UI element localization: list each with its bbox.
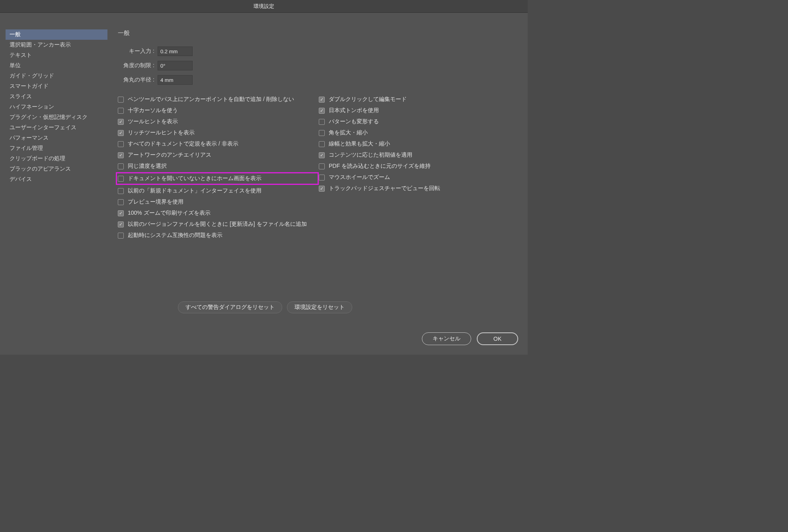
right-check-checkbox-1[interactable] bbox=[319, 108, 325, 114]
left-check-checkbox-6[interactable] bbox=[118, 163, 124, 169]
left-check-checkbox-2[interactable] bbox=[118, 119, 124, 125]
sidebar-item-ui[interactable]: ユーザーインターフェイス bbox=[6, 122, 107, 133]
right-check-label-7: マウスホイールでズーム bbox=[329, 174, 390, 181]
right-check-label-0: ダブルクリックして編集モード bbox=[329, 96, 407, 103]
row-angle: 角度の制限 : bbox=[118, 61, 520, 70]
right-check-row-4[interactable]: 線幅と効果も拡大・縮小 bbox=[319, 140, 520, 148]
right-check-checkbox-6[interactable] bbox=[319, 163, 325, 169]
right-check-label-5: コンテンツに応じた初期値を適用 bbox=[329, 151, 412, 159]
left-check-label-9: プレビュー境界を使用 bbox=[128, 198, 183, 206]
cancel-button[interactable]: キャンセル bbox=[422, 332, 471, 345]
sidebar-item-file-handling[interactable]: ファイル管理 bbox=[6, 143, 107, 153]
angle-label: 角度の制限 : bbox=[118, 62, 158, 69]
left-check-label-6: 同じ濃度を選択 bbox=[128, 163, 167, 170]
left-check-checkbox-12[interactable] bbox=[118, 233, 124, 239]
left-check-row-0[interactable]: ペンツールでパス上にアンカーポイントを自動で追加 / 削除しない bbox=[118, 96, 319, 103]
reset-buttons: すべての警告ダイアログをリセット 環境設定をリセット bbox=[118, 301, 412, 313]
reset-prefs-button[interactable]: 環境設定をリセット bbox=[287, 301, 352, 313]
corner-field[interactable] bbox=[158, 75, 193, 85]
left-check-label-0: ペンツールでパス上にアンカーポイントを自動で追加 / 削除しない bbox=[128, 96, 294, 103]
left-check-label-2: ツールヒントを表示 bbox=[128, 118, 178, 125]
left-check-checkbox-8[interactable] bbox=[118, 188, 124, 194]
left-check-checkbox-11[interactable] bbox=[118, 221, 124, 227]
left-check-row-6[interactable]: 同じ濃度を選択 bbox=[118, 163, 319, 170]
sidebar-item-slices[interactable]: スライス bbox=[6, 91, 107, 102]
left-check-label-3: リッチツールヒントを表示 bbox=[128, 129, 195, 136]
right-check-checkbox-8[interactable] bbox=[319, 186, 325, 192]
sidebar-item-plugins[interactable]: プラグイン・仮想記憶ディスク bbox=[6, 112, 107, 122]
right-check-checkbox-7[interactable] bbox=[319, 175, 325, 181]
sidebar-item-clipboard[interactable]: クリップボードの処理 bbox=[6, 153, 107, 164]
left-check-row-1[interactable]: 十字カーソルを使う bbox=[118, 107, 319, 114]
left-check-row-8[interactable]: 以前の「新規ドキュメント」インターフェイスを使用 bbox=[118, 187, 319, 194]
sidebar-item-devices[interactable]: デバイス bbox=[6, 174, 107, 184]
sidebar-item-general[interactable]: 一般 bbox=[6, 29, 107, 40]
left-check-row-7[interactable]: ドキュメントを開いていないときにホーム画面を表示 bbox=[116, 172, 319, 185]
left-check-label-8: 以前の「新規ドキュメント」インターフェイスを使用 bbox=[128, 187, 261, 194]
left-check-label-12: 起動時にシステム互換性の問題を表示 bbox=[128, 232, 222, 239]
right-check-row-0[interactable]: ダブルクリックして編集モード bbox=[319, 96, 520, 103]
left-check-label-10: 100% ズームで印刷サイズを表示 bbox=[128, 210, 211, 217]
sidebar-item-performance[interactable]: パフォーマンス bbox=[6, 133, 107, 143]
left-check-row-12[interactable]: 起動時にシステム互換性の問題を表示 bbox=[118, 232, 319, 239]
left-check-checkbox-1[interactable] bbox=[118, 108, 124, 114]
reset-warnings-button[interactable]: すべての警告ダイアログをリセット bbox=[178, 301, 282, 313]
left-check-checkbox-0[interactable] bbox=[118, 97, 124, 103]
footer-buttons: キャンセル OK bbox=[422, 332, 518, 345]
left-check-label-4: すべてのドキュメントで定規を表示 / 非表示 bbox=[128, 140, 238, 148]
sidebar-item-units[interactable]: 単位 bbox=[6, 60, 107, 71]
dialog-title: 環境設定 bbox=[0, 0, 528, 13]
checkbox-col-left: ペンツールでパス上にアンカーポイントを自動で追加 / 削除しない十字カーソルを使… bbox=[118, 96, 319, 243]
panel-title: 一般 bbox=[118, 29, 520, 37]
left-check-row-10[interactable]: 100% ズームで印刷サイズを表示 bbox=[118, 210, 319, 217]
right-check-row-2[interactable]: パターンも変形する bbox=[319, 118, 520, 125]
left-check-checkbox-7[interactable] bbox=[118, 176, 124, 182]
main-panel: 一般 キー入力 : 角度の制限 : 角丸の半径 : ペンツールでパス上にアンカー… bbox=[118, 29, 520, 243]
left-check-label-7: ドキュメントを開いていないときにホーム画面を表示 bbox=[128, 175, 261, 182]
checkbox-col-right: ダブルクリックして編集モード日本式トンボを使用パターンも変形する角を拡大・縮小線… bbox=[319, 96, 520, 243]
right-check-label-6: PDF を読み込むときに元のサイズを維持 bbox=[329, 163, 431, 170]
left-check-checkbox-3[interactable] bbox=[118, 130, 124, 136]
right-check-label-1: 日本式トンボを使用 bbox=[329, 107, 379, 114]
sidebar-item-selection[interactable]: 選択範囲・アンカー表示 bbox=[6, 40, 107, 50]
right-check-row-3[interactable]: 角を拡大・縮小 bbox=[319, 129, 520, 136]
left-check-label-5: アートワークのアンチエイリアス bbox=[128, 151, 211, 159]
right-check-row-6[interactable]: PDF を読み込むときに元のサイズを維持 bbox=[319, 163, 520, 170]
left-check-checkbox-5[interactable] bbox=[118, 152, 124, 158]
right-check-row-1[interactable]: 日本式トンボを使用 bbox=[319, 107, 520, 114]
key-input-field[interactable] bbox=[158, 47, 193, 56]
sidebar-item-smart-guides[interactable]: スマートガイド bbox=[6, 81, 107, 91]
corner-label: 角丸の半径 : bbox=[118, 76, 158, 83]
right-check-checkbox-4[interactable] bbox=[319, 141, 325, 147]
left-check-label-1: 十字カーソルを使う bbox=[128, 107, 178, 114]
key-input-label: キー入力 : bbox=[118, 48, 158, 55]
left-check-row-4[interactable]: すべてのドキュメントで定規を表示 / 非表示 bbox=[118, 140, 319, 148]
sidebar-item-black-appearance[interactable]: ブラックのアピアランス bbox=[6, 164, 107, 174]
left-check-row-5[interactable]: アートワークのアンチエイリアス bbox=[118, 151, 319, 159]
left-check-row-3[interactable]: リッチツールヒントを表示 bbox=[118, 129, 319, 136]
right-check-checkbox-2[interactable] bbox=[319, 119, 325, 125]
left-check-row-2[interactable]: ツールヒントを表示 bbox=[118, 118, 319, 125]
right-check-row-5[interactable]: コンテンツに応じた初期値を適用 bbox=[319, 151, 520, 159]
checkbox-columns: ペンツールでパス上にアンカーポイントを自動で追加 / 削除しない十字カーソルを使… bbox=[118, 96, 520, 243]
right-check-checkbox-0[interactable] bbox=[319, 97, 325, 103]
left-check-row-11[interactable]: 以前のバージョンファイルを開くときに [更新済み] をファイル名に追加 bbox=[118, 221, 319, 228]
sidebar-item-hyphenation[interactable]: ハイフネーション bbox=[6, 102, 107, 112]
right-check-checkbox-3[interactable] bbox=[319, 130, 325, 136]
right-check-checkbox-5[interactable] bbox=[319, 152, 325, 158]
sidebar-item-guides[interactable]: ガイド・グリッド bbox=[6, 71, 107, 81]
angle-field[interactable] bbox=[158, 61, 193, 70]
ok-button[interactable]: OK bbox=[477, 332, 518, 345]
left-check-row-9[interactable]: プレビュー境界を使用 bbox=[118, 198, 319, 206]
right-check-label-3: 角を拡大・縮小 bbox=[329, 129, 368, 136]
right-check-row-7[interactable]: マウスホイールでズーム bbox=[319, 174, 520, 181]
sidebar-item-text[interactable]: テキスト bbox=[6, 50, 107, 60]
row-corner: 角丸の半径 : bbox=[118, 75, 520, 85]
left-check-checkbox-9[interactable] bbox=[118, 199, 124, 205]
sidebar: 一般 選択範囲・アンカー表示 テキスト 単位 ガイド・グリッド スマートガイド … bbox=[6, 29, 107, 184]
left-check-checkbox-10[interactable] bbox=[118, 210, 124, 216]
left-check-checkbox-4[interactable] bbox=[118, 141, 124, 147]
right-check-label-2: パターンも変形する bbox=[329, 118, 379, 125]
row-key-input: キー入力 : bbox=[118, 47, 520, 56]
right-check-row-8[interactable]: トラックパッドジェスチャーでビューを回転 bbox=[319, 185, 520, 192]
